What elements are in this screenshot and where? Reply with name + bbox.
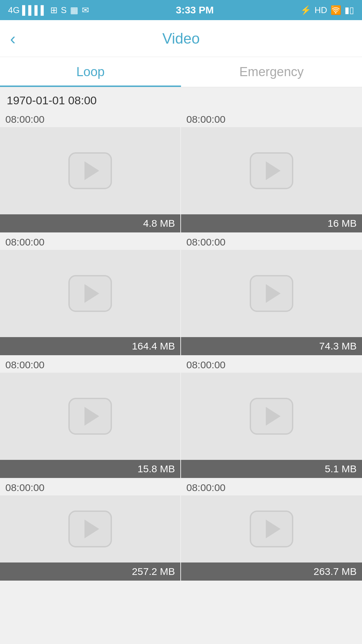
tab-loop-label: Loop xyxy=(76,65,105,79)
wechat-icon: ⊞ xyxy=(50,5,58,15)
play-icon xyxy=(84,284,99,303)
back-button[interactable]: ‹ xyxy=(10,30,16,47)
video-item[interactable]: 08:00:00 15.8 MB xyxy=(0,356,181,479)
play-icon xyxy=(84,407,99,426)
video-thumbnail[interactable] xyxy=(0,250,180,337)
page-title: Video xyxy=(162,30,200,47)
status-right: ⚡ HD 🛜 ▮▯ xyxy=(300,5,354,15)
play-icon xyxy=(84,520,99,538)
play-button-wrap xyxy=(68,152,112,189)
charge-icon: ⚡ xyxy=(300,5,311,15)
video-item[interactable]: 08:00:00 257.2 MB xyxy=(0,479,181,581)
tab-loop[interactable]: Loop xyxy=(0,57,181,87)
video-size: 74.3 MB xyxy=(181,337,362,355)
video-size: 15.8 MB xyxy=(0,460,180,478)
video-thumbnail[interactable] xyxy=(181,127,362,214)
video-thumbnail[interactable] xyxy=(181,373,362,460)
video-item[interactable]: 08:00:00 164.4 MB xyxy=(0,233,181,356)
video-thumbnail[interactable] xyxy=(181,495,362,562)
video-item[interactable]: 08:00:00 16 MB xyxy=(181,110,362,233)
video-item[interactable]: 08:00:00 4.8 MB xyxy=(0,110,181,233)
video-item[interactable]: 08:00:00 263.7 MB xyxy=(181,479,362,581)
date-label: 1970-01-01 08:00 xyxy=(7,94,97,107)
video-timestamp: 08:00:00 xyxy=(0,233,180,250)
play-icon xyxy=(266,284,281,303)
video-timestamp: 08:00:00 xyxy=(181,110,362,127)
status-left: 4G ▌▌▌▌ ⊞ S ▦ ✉ xyxy=(8,5,89,15)
play-button-wrap xyxy=(68,398,112,435)
play-button-wrap xyxy=(250,511,293,547)
video-timestamp: 08:00:00 xyxy=(0,110,180,127)
play-button-wrap xyxy=(250,275,293,312)
video-size: 5.1 MB xyxy=(181,460,362,478)
video-size: 257.2 MB xyxy=(0,562,180,581)
video-item[interactable]: 08:00:00 74.3 MB xyxy=(181,233,362,356)
video-size: 4.8 MB xyxy=(0,214,180,232)
video-timestamp: 08:00:00 xyxy=(0,356,180,373)
tab-emergency[interactable]: Emergency xyxy=(181,57,362,87)
video-size: 16 MB xyxy=(181,214,362,232)
email-icon: ✉ xyxy=(82,5,89,15)
status-bar: 4G ▌▌▌▌ ⊞ S ▦ ✉ 3:33 PM ⚡ HD 🛜 ▮▯ xyxy=(0,0,362,20)
message-icon: ▦ xyxy=(70,5,78,15)
wifi-icon: 🛜 xyxy=(330,5,341,15)
play-icon xyxy=(266,520,281,538)
play-button-wrap xyxy=(250,152,293,189)
header: ‹ Video xyxy=(0,20,362,57)
signal-icon: 4G ▌▌▌▌ xyxy=(8,5,47,15)
video-timestamp: 08:00:00 xyxy=(181,479,362,495)
video-thumbnail[interactable] xyxy=(0,373,180,460)
play-icon xyxy=(266,161,281,180)
video-thumbnail[interactable] xyxy=(0,127,180,214)
video-timestamp: 08:00:00 xyxy=(0,479,180,495)
sim-icon: S xyxy=(61,5,67,15)
video-thumbnail[interactable] xyxy=(181,250,362,337)
play-button-wrap xyxy=(68,511,112,547)
video-grid: 08:00:00 4.8 MB 08:00:00 16 MB 08:00:00 … xyxy=(0,110,362,581)
video-timestamp: 08:00:00 xyxy=(181,356,362,373)
date-header: 1970-01-01 08:00 xyxy=(0,87,362,110)
play-button-wrap xyxy=(68,275,112,312)
play-button-wrap xyxy=(250,398,293,435)
play-icon xyxy=(266,407,281,426)
play-icon xyxy=(84,161,99,180)
video-timestamp: 08:00:00 xyxy=(181,233,362,250)
hd-label: HD xyxy=(314,5,327,15)
video-size: 263.7 MB xyxy=(181,562,362,581)
video-thumbnail[interactable] xyxy=(0,495,180,562)
video-size: 164.4 MB xyxy=(0,337,180,355)
video-item[interactable]: 08:00:00 5.1 MB xyxy=(181,356,362,479)
tab-emergency-label: Emergency xyxy=(239,65,304,79)
tabs-container: Loop Emergency xyxy=(0,57,362,87)
status-time: 3:33 PM xyxy=(176,4,214,16)
battery-icon: ▮▯ xyxy=(345,5,354,15)
